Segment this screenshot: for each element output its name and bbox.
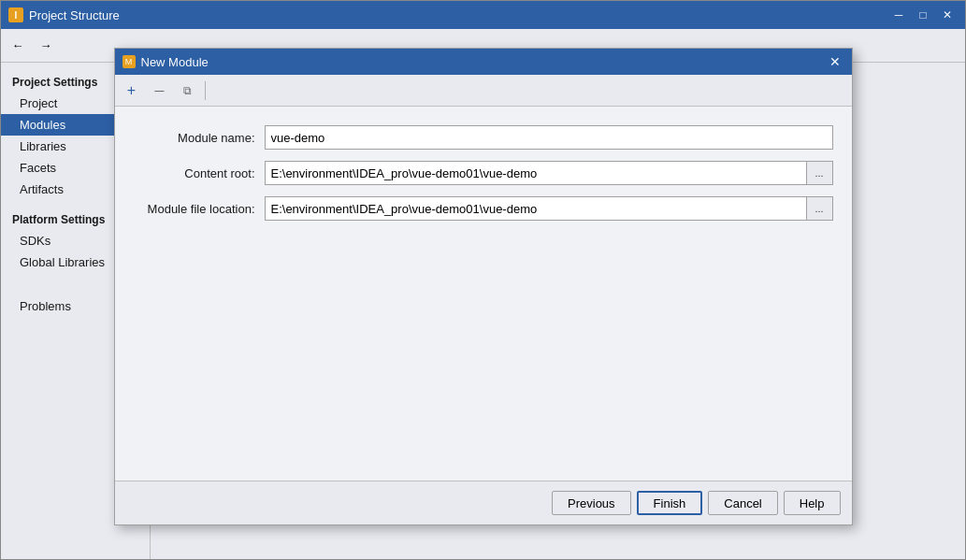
toolbar-separator (205, 81, 206, 100)
dialog-copy-button[interactable]: ⧉ (175, 78, 201, 104)
module-name-label: Module name: (134, 131, 265, 145)
dialog-add-button[interactable]: + (119, 78, 145, 104)
content-root-input-group: ... (265, 161, 833, 185)
content-root-browse-button[interactable]: ... (807, 161, 833, 185)
maximize-button[interactable]: □ (913, 5, 933, 25)
new-module-dialog: M New Module ✕ + ─ ⧉ Module name: (114, 48, 853, 525)
dialog-icon: M (123, 55, 136, 68)
dialog-remove-button[interactable]: ─ (147, 78, 173, 104)
dialog-title-bar: M New Module ✕ (115, 49, 852, 75)
main-window: I Project Structure ─ □ ✕ ← → Project Se… (0, 0, 966, 560)
title-bar: I Project Structure ─ □ ✕ (1, 1, 965, 29)
module-file-location-input-group: ... (265, 196, 833, 221)
previous-button[interactable]: Previous (552, 491, 631, 515)
help-button[interactable]: Help (784, 491, 841, 515)
dialog-overlay: M New Module ✕ + ─ ⧉ Module name: (1, 29, 965, 559)
cancel-button[interactable]: Cancel (708, 491, 777, 515)
dialog-content: Module name: Content root: ... Module fi… (115, 107, 852, 481)
dialog-title-text: New Module (141, 55, 209, 69)
close-button[interactable]: ✕ (937, 5, 958, 25)
window-controls: ─ □ ✕ (888, 5, 958, 25)
module-file-location-label: Module file location: (134, 202, 265, 216)
minimize-button[interactable]: ─ (888, 5, 909, 25)
content-root-input[interactable] (265, 161, 807, 185)
module-file-location-row: Module file location: ... (134, 196, 833, 221)
module-name-row: Module name: (134, 125, 833, 150)
module-file-location-input[interactable] (265, 196, 807, 221)
app-icon: I (8, 7, 23, 22)
window-title: Project Structure (29, 8, 120, 22)
finish-button[interactable]: Finish (637, 491, 703, 515)
title-bar-left: I Project Structure (8, 7, 120, 22)
dialog-close-button[interactable]: ✕ (826, 52, 844, 71)
dialog-title-left: M New Module (123, 55, 209, 69)
dialog-footer: Previous Finish Cancel Help (115, 481, 852, 524)
dialog-toolbar: + ─ ⧉ (115, 75, 852, 107)
content-root-label: Content root: (134, 166, 265, 180)
module-file-location-browse-button[interactable]: ... (807, 196, 833, 221)
module-name-input[interactable] (265, 125, 833, 150)
content-root-row: Content root: ... (134, 161, 833, 185)
